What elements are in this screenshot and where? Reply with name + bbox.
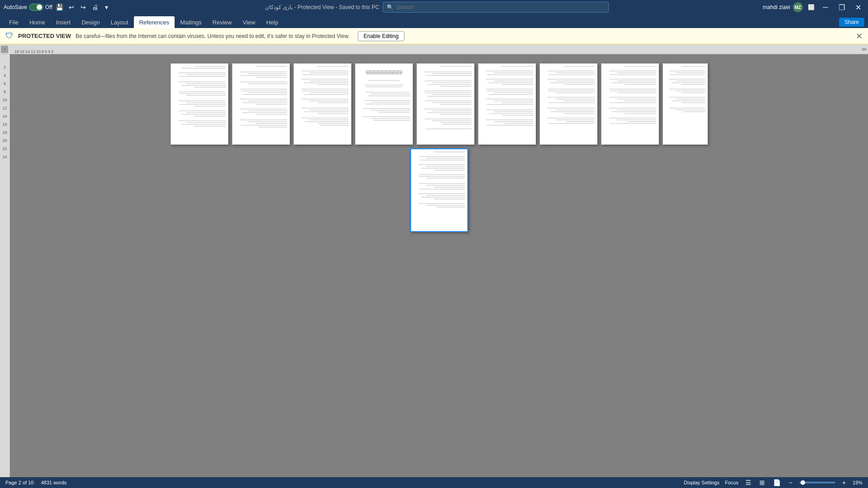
protected-view-banner: 🛡 PROTECTED VIEW Be careful—files from t… [0, 28, 868, 44]
zoom-out-button[interactable]: − [787, 479, 794, 486]
v-ruler-mark: 12 [2, 104, 7, 112]
tab-design[interactable]: Design [76, 16, 105, 28]
title-bar: AutoSave Off 💾 ↩ ↪ 🖨 ▾ بازی کودکان - Pro… [0, 0, 868, 14]
share-button[interactable]: Share [839, 18, 864, 27]
v-ruler-mark: 24 [2, 153, 7, 161]
word-count: 4831 words [41, 480, 66, 485]
tab-view[interactable]: View [237, 16, 261, 28]
autosave-toggle[interactable] [29, 4, 43, 11]
document-page-10[interactable] [410, 148, 468, 232]
undo-button[interactable]: ↩ [67, 3, 76, 12]
status-right: Display Settings Focus ☰ ⊞ 📄 − + 19% [684, 479, 863, 486]
title-bar-right: mahdi ziaei MZ ⬜ ─ ❐ ✕ [763, 1, 864, 14]
enable-editing-button[interactable]: Enable Editing [358, 31, 404, 41]
page-mark: ✕ [366, 71, 370, 74]
tab-layout[interactable]: Layout [105, 16, 134, 28]
document-page-1[interactable] [171, 63, 228, 145]
ruler-scale: 18 16 14 12 10 8 6 4 2 [10, 44, 862, 54]
document-page-3[interactable] [294, 63, 351, 145]
v-ruler-mark: 18 [2, 128, 7, 137]
document-page-2[interactable] [232, 63, 290, 145]
page-mark: ✕ [398, 71, 402, 74]
tab-help[interactable]: Help [261, 16, 284, 28]
title-bar-left: AutoSave Off 💾 ↩ ↪ 🖨 ▾ [4, 3, 111, 12]
search-icon: 🔍 [387, 4, 394, 10]
user-initials: MZ [795, 5, 801, 10]
autosave-state: Off [45, 4, 52, 10]
v-ruler-mark: 6 [4, 80, 6, 88]
zoom-level: 19% [853, 480, 863, 485]
close-button[interactable]: ✕ [852, 1, 864, 14]
page-mark: ✕ [374, 71, 378, 74]
restore-button[interactable]: ❐ [835, 1, 848, 14]
zoom-in-button[interactable]: + [841, 479, 847, 486]
v-ruler-mark: 14 [2, 112, 7, 120]
main-area: 2 4 6 8 10 12 14 16 18 20 22 24 [0, 54, 868, 477]
save-button[interactable]: 💾 [55, 3, 64, 12]
ruler-corner-icon[interactable]: ↕ [1, 46, 8, 53]
ruler-mark: 8 [42, 49, 44, 54]
search-bar[interactable]: 🔍 [383, 2, 609, 13]
minimize-button[interactable]: ─ [819, 1, 832, 14]
print-preview-button[interactable]: 🖨 [90, 3, 100, 12]
document-page-6[interactable] [478, 63, 536, 145]
page-mark: ✕ [378, 71, 382, 74]
ruler-mark: 4 [48, 49, 50, 54]
zoom-slider[interactable] [799, 482, 835, 483]
document-canvas[interactable]: ✕ ✕ ✕ ✕ ✕ ✕ ✕ ✕ ✕ [10, 54, 868, 477]
ruler-mark: 2 [51, 49, 53, 54]
tab-insert[interactable]: Insert [51, 16, 76, 28]
vertical-ruler: 2 4 6 8 10 12 14 16 18 20 22 24 [0, 54, 10, 477]
ruler-mark: 12 [31, 49, 35, 54]
document-page-4[interactable]: ✕ ✕ ✕ ✕ ✕ ✕ ✕ ✕ ✕ [355, 63, 413, 145]
tab-home[interactable]: Home [24, 16, 51, 28]
user-avatar[interactable]: MZ [793, 2, 803, 12]
ruler-scissors-icon[interactable]: ✂ [862, 46, 867, 53]
tab-references[interactable]: References [134, 16, 175, 28]
page-mark: ✕ [394, 71, 398, 74]
document-title: بازی کودکان - Protected View - Saved to … [265, 4, 379, 10]
page-mark: ✕ [386, 71, 390, 74]
v-ruler-mark: 10 [2, 96, 7, 104]
page-mark: ✕ [390, 71, 394, 74]
page-mark: ✕ [382, 71, 386, 74]
v-ruler-mark: 20 [2, 137, 7, 145]
status-bar: Page 2 of 10 4831 words Display Settings… [0, 477, 868, 488]
document-page-7[interactable] [540, 63, 598, 145]
autosave-label: AutoSave [4, 4, 27, 10]
tab-file[interactable]: File [4, 16, 24, 28]
protected-view-close-button[interactable]: ✕ [856, 31, 863, 41]
title-bar-center: بازی کودکان - Protected View - Saved to … [111, 2, 763, 13]
ribbon-display-button[interactable]: ⬜ [806, 3, 816, 12]
document-page-9[interactable] [663, 63, 708, 145]
ruler-mark: 18 [14, 49, 19, 54]
v-ruler-mark: 8 [4, 88, 6, 96]
v-ruler-mark: 16 [2, 120, 7, 128]
v-ruler-mark: 4 [4, 71, 6, 80]
tab-review[interactable]: Review [207, 16, 237, 28]
pages-row-1: ✕ ✕ ✕ ✕ ✕ ✕ ✕ ✕ ✕ [171, 63, 708, 145]
page-mark: ✕ [370, 71, 374, 74]
user-name: mahdi ziaei [763, 4, 790, 10]
display-settings-button[interactable]: Display Settings [684, 480, 720, 485]
document-page-8[interactable] [601, 63, 659, 145]
vertical-ruler-icon [2, 55, 8, 62]
read-mode-view-button[interactable]: 📄 [772, 479, 782, 486]
ruler-mark: 16 [20, 49, 24, 54]
protected-view-title: PROTECTED VIEW [18, 33, 71, 39]
print-layout-view-button[interactable]: ☰ [744, 479, 753, 486]
focus-button[interactable]: Focus [725, 480, 739, 485]
autosave-area: AutoSave Off [4, 4, 52, 11]
document-page-5[interactable] [417, 63, 474, 145]
ruler-corner-arrow: ↕ [4, 47, 6, 52]
tab-mailings[interactable]: Mailings [175, 16, 207, 28]
redo-button[interactable]: ↪ [79, 3, 88, 12]
web-layout-view-button[interactable]: ⊞ [758, 479, 766, 486]
ribbon-tabs: File Home Insert Design Layout Reference… [0, 14, 868, 28]
search-input[interactable] [396, 4, 605, 10]
horizontal-ruler: ↕ 18 16 14 12 10 8 6 4 2 ✂ [0, 44, 868, 54]
ruler-mark: 6 [45, 49, 47, 54]
more-commands-button[interactable]: ▾ [102, 3, 111, 12]
shield-icon: 🛡 [5, 31, 14, 41]
protected-view-message: Be careful—files from the Internet can c… [76, 33, 350, 39]
